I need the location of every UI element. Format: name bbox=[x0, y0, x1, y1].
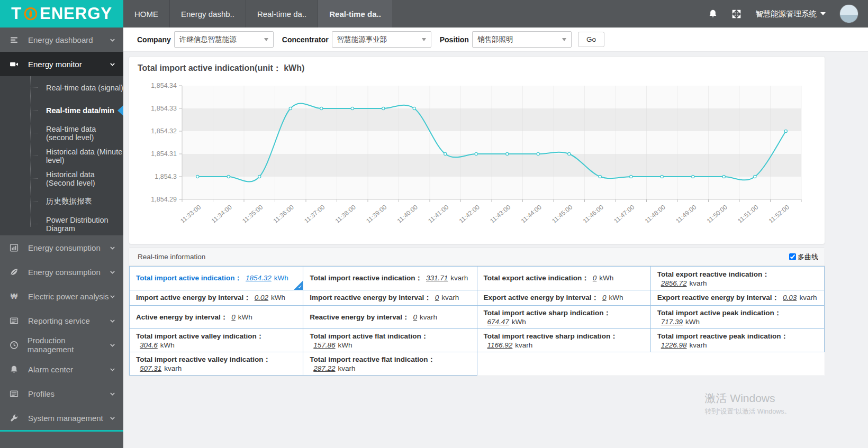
info-cell[interactable]: Total import active peak indication：717.… bbox=[650, 306, 824, 329]
company-select[interactable]: 许继信息智慧能源 bbox=[174, 31, 274, 48]
panel-header: Real-time information 多曲线 bbox=[129, 248, 825, 266]
sidebar-item-energy-consumption-1[interactable]: Energy consumption bbox=[0, 235, 123, 260]
bell-icon bbox=[10, 365, 21, 374]
top-right: 智慧能源管理系统 bbox=[708, 0, 868, 28]
data-point-marker bbox=[692, 175, 694, 178]
cell-unit: kvarh bbox=[799, 294, 817, 301]
info-cell[interactable]: Total import reactive peak indication：12… bbox=[650, 329, 824, 352]
info-cell[interactable]: Export active energy by interval：0kWh bbox=[477, 290, 650, 306]
info-cell[interactable]: Total import reactive indication：331.71k… bbox=[303, 267, 477, 290]
dropdown-arrow-icon bbox=[264, 38, 268, 41]
realtime-table-body: Total import active indication：1854.32kW… bbox=[130, 267, 825, 376]
sidebar-item-energy-dashboard[interactable]: Energy dashboard bbox=[0, 28, 123, 52]
user-avatar[interactable] bbox=[839, 4, 858, 23]
tab-home[interactable]: HOME bbox=[123, 0, 169, 28]
info-cell[interactable]: Total import active sharp indication：674… bbox=[477, 306, 650, 329]
notification-bell-icon[interactable] bbox=[708, 9, 718, 19]
sidebar-item-energy-monitor[interactable]: Energy monitor bbox=[0, 52, 123, 76]
tab-energy-dashboard[interactable]: Energy dashb.. bbox=[169, 0, 246, 28]
cell-label: Active energy by interval： bbox=[136, 313, 228, 321]
info-cell[interactable]: Reactive energy by interval：0kvarh bbox=[303, 306, 477, 329]
sidebar-item-realtime-second[interactable]: Real-time data (second level) bbox=[0, 122, 123, 144]
cell-label: Total import active valley indication： bbox=[136, 332, 264, 340]
wrench-icon bbox=[10, 414, 21, 423]
cell-unit: kvarh bbox=[690, 341, 707, 349]
fullscreen-icon[interactable] bbox=[731, 9, 742, 19]
tab-realtime-2[interactable]: Real-time da.. bbox=[318, 0, 392, 28]
sidebar-item-label: Energy dashboard bbox=[28, 35, 93, 44]
cell-label: Import reactive energy by interval： bbox=[310, 294, 431, 301]
info-cell[interactable]: Total import reactive flat indication：28… bbox=[303, 352, 477, 376]
cell-label: Export reactive energy by interval： bbox=[657, 294, 779, 301]
sidebar-subitem-label: Historical data (Second level) bbox=[46, 170, 123, 187]
realtime-table: Total import active indication：1854.32kW… bbox=[129, 266, 825, 376]
info-cell[interactable]: Total import reactive valley indication：… bbox=[130, 352, 303, 376]
y-tick-label: 1,854.33 bbox=[151, 105, 177, 112]
multi-curve-checkbox[interactable] bbox=[789, 253, 796, 260]
multi-curve-label[interactable]: 多曲线 bbox=[798, 252, 818, 262]
info-cell[interactable]: Import reactive energy by interval：0kvar… bbox=[303, 290, 477, 306]
cell-value: 0 bbox=[435, 294, 439, 301]
company-label: Company bbox=[137, 35, 171, 44]
sidebar-item-production-management[interactable]: Production management bbox=[0, 333, 123, 357]
svg-text:₩: ₩ bbox=[11, 292, 18, 300]
check-icon: ✓ bbox=[298, 285, 302, 290]
data-point-marker bbox=[382, 107, 385, 109]
position-select[interactable]: 销售部照明 bbox=[472, 31, 572, 48]
sidebar-item-alarm-center[interactable]: Alarm center bbox=[0, 357, 123, 381]
sidebar-item-power-distribution[interactable]: Power Distribution Diagram bbox=[0, 213, 123, 235]
sidebar-item-energy-consumption-2[interactable]: Energy consumption bbox=[0, 260, 123, 284]
sidebar-item-profiles[interactable]: Profiles bbox=[0, 381, 123, 406]
cell-value: 0 bbox=[602, 294, 607, 301]
cell-value: 1166.92 bbox=[487, 341, 513, 349]
info-cell[interactable]: Export reactive energy by interval：0.03k… bbox=[650, 290, 824, 306]
x-tick-label: 11:43:00 bbox=[489, 203, 512, 224]
info-cell[interactable]: Total export reactive indication：2856.72… bbox=[650, 267, 824, 290]
info-cell[interactable]: Active energy by interval：0kWh bbox=[130, 306, 303, 329]
sidebar-item-history-report[interactable]: 历史数据报表 bbox=[0, 190, 123, 213]
info-cell[interactable]: Total import active flat indication：157.… bbox=[303, 329, 477, 352]
position-label: Position bbox=[440, 35, 469, 44]
info-cell[interactable]: Total import active valley indication：30… bbox=[130, 329, 303, 352]
realtime-info-panel: Real-time information 多曲线 Total import a… bbox=[129, 248, 825, 376]
data-point-marker bbox=[568, 152, 571, 155]
cell-value: 304.6 bbox=[140, 341, 158, 349]
info-cell[interactable]: Import active energy by interval：0.02kWh bbox=[130, 290, 303, 306]
table-row: Total import active valley indication：30… bbox=[130, 329, 825, 352]
system-name-menu[interactable]: 智慧能源管理系统 bbox=[755, 9, 826, 19]
dropdown-arrow-icon bbox=[562, 38, 566, 41]
cell-value: 0 bbox=[231, 313, 236, 321]
sidebar-item-system-management[interactable]: System management bbox=[0, 406, 123, 430]
sidebar-item-realtime-min[interactable]: Real-time data/min bbox=[0, 99, 123, 122]
sidebar-item-reporting-service[interactable]: Reporting service bbox=[0, 308, 123, 333]
sidebar-item-historical-second[interactable]: Historical data (Second level) bbox=[0, 167, 123, 190]
sidebar-item-historical-minute[interactable]: Historical data (Minute level) bbox=[0, 144, 123, 167]
chart-title: Total import active indication(unit： kWh… bbox=[129, 57, 825, 74]
go-button[interactable]: Go bbox=[578, 32, 604, 47]
cell-unit: kvarh bbox=[515, 341, 532, 349]
cell-unit: kWh bbox=[685, 318, 700, 326]
company-select-value: 许继信息智慧能源 bbox=[179, 35, 237, 44]
cell-value: 157.86 bbox=[313, 341, 335, 349]
sidebar-item-label: Energy consumption bbox=[28, 243, 101, 252]
x-tick-label: 11:52:00 bbox=[767, 203, 791, 224]
won-icon: ₩ bbox=[10, 292, 21, 301]
info-cell[interactable]: Total import reactive sharp indication：1… bbox=[477, 329, 650, 352]
cell-label: Total import reactive flat indication： bbox=[310, 355, 435, 363]
concentrator-select[interactable]: 智慧能源事业部 bbox=[332, 31, 431, 48]
concentrator-select-value: 智慧能源事业部 bbox=[337, 35, 387, 44]
cell-unit: kWh bbox=[271, 294, 285, 301]
sidebar-item-electric-power-analysis[interactable]: ₩Electric power analysis bbox=[0, 284, 123, 308]
x-tick-label: 11:45:00 bbox=[550, 203, 574, 224]
data-point-marker bbox=[289, 107, 292, 109]
cell-label: Total import active sharp indication： bbox=[484, 309, 611, 317]
y-tick-label: 1,854.32 bbox=[151, 127, 177, 135]
sidebar-item-realtime-signal[interactable]: Real-time data (signal) bbox=[0, 76, 123, 99]
info-cell[interactable]: Total import active indication：1854.32kW… bbox=[130, 267, 303, 290]
tab-realtime-1[interactable]: Real-time da.. bbox=[246, 0, 318, 28]
table-row: Active energy by interval：0kWhReactive e… bbox=[130, 306, 825, 329]
sidebar-item-label: Alarm center bbox=[28, 365, 73, 374]
info-cell[interactable]: Total export active indication：0kWh bbox=[477, 267, 650, 290]
caret-down-icon bbox=[820, 12, 826, 15]
leaf-icon bbox=[10, 268, 21, 277]
